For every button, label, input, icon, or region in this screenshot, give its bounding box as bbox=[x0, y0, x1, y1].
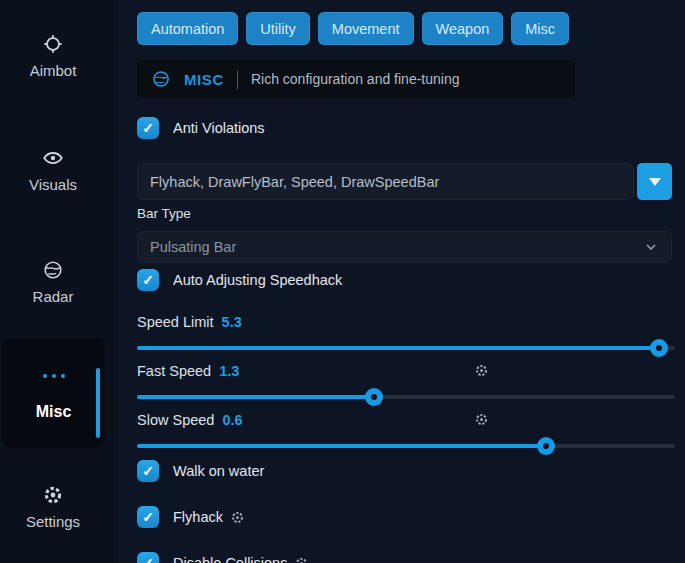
gear-icon bbox=[42, 484, 64, 506]
sidebar-item-label: Misc bbox=[36, 403, 72, 421]
section-subtitle: Rich configuration and fine-tuning bbox=[251, 71, 460, 87]
checkbox-row-disable-collisions[interactable]: Disable Collisions bbox=[137, 551, 675, 563]
crosshair-icon bbox=[42, 33, 64, 55]
checkbox-label: Anti Violations bbox=[173, 120, 265, 136]
slider-group-speed-limit: Speed Limit 5.3 bbox=[137, 313, 675, 357]
gear-icon[interactable] bbox=[230, 510, 245, 525]
tab-automation[interactable]: Automation bbox=[137, 12, 238, 45]
globe-icon bbox=[151, 69, 171, 89]
slider-value: 5.3 bbox=[222, 314, 242, 330]
gear-icon[interactable] bbox=[474, 363, 489, 381]
triangle-down-icon bbox=[648, 176, 662, 188]
slider-label: Speed Limit bbox=[137, 314, 214, 330]
bar-multiselect-open-button[interactable] bbox=[637, 163, 672, 200]
sidebar-item-visuals[interactable]: Visuals bbox=[0, 147, 106, 193]
slider-value: 0.6 bbox=[222, 412, 242, 428]
selected-indicator-bar bbox=[96, 368, 100, 438]
sidebar: Aimbot Visuals Radar Mi bbox=[0, 0, 118, 563]
slider-handle[interactable] bbox=[537, 437, 555, 455]
tab-misc[interactable]: Misc bbox=[511, 12, 569, 45]
sidebar-item-misc[interactable]: Misc bbox=[2, 338, 105, 448]
main-panel: Automation Utility Movement Weapon Misc … bbox=[118, 0, 685, 563]
section-header: MISC Rich configuration and fine-tuning bbox=[137, 60, 575, 98]
category-tabs: Automation Utility Movement Weapon Misc bbox=[137, 12, 675, 45]
slider-group-fast-speed: Fast Speed 1.3 bbox=[137, 362, 675, 406]
eye-icon bbox=[42, 147, 64, 169]
slider-value: 1.3 bbox=[219, 363, 239, 379]
sidebar-item-label: Aimbot bbox=[30, 62, 77, 79]
sidebar-item-aimbot[interactable]: Aimbot bbox=[0, 33, 106, 79]
sidebar-item-radar[interactable]: Radar bbox=[0, 259, 106, 305]
gear-icon[interactable] bbox=[474, 412, 489, 430]
bar-multiselect-value: Flyhack, DrawFlyBar, Speed, DrawSpeedBar bbox=[150, 174, 439, 190]
chevron-down-icon bbox=[643, 239, 659, 255]
section-title: MISC bbox=[184, 71, 224, 88]
checkbox-row-anti-violations[interactable]: Anti Violations bbox=[137, 116, 675, 140]
checkbox-row-auto-adjusting-speedhack[interactable]: Auto Adjusting Speedhack bbox=[137, 268, 675, 292]
checkbox-label: Walk on water bbox=[173, 463, 264, 479]
checkbox-icon[interactable] bbox=[137, 506, 159, 528]
slider-label: Fast Speed bbox=[137, 363, 211, 379]
slider-track-fill bbox=[137, 395, 374, 399]
speed-limit-slider[interactable] bbox=[137, 339, 675, 357]
ellipsis-icon bbox=[43, 365, 65, 387]
checkbox-icon[interactable] bbox=[137, 552, 159, 563]
checkbox-icon[interactable] bbox=[137, 269, 159, 291]
checkbox-label: Disable Collisions bbox=[173, 555, 287, 563]
sidebar-item-label: Radar bbox=[33, 288, 74, 305]
checkbox-icon[interactable] bbox=[137, 460, 159, 482]
checkbox-icon[interactable] bbox=[137, 117, 159, 139]
fast-speed-slider[interactable] bbox=[137, 388, 675, 406]
checkbox-label: Auto Adjusting Speedhack bbox=[173, 272, 342, 288]
checkbox-label: Flyhack bbox=[173, 509, 223, 525]
slider-label: Slow Speed bbox=[137, 412, 214, 428]
slider-track-fill bbox=[137, 444, 546, 448]
tab-movement[interactable]: Movement bbox=[318, 12, 414, 45]
slow-speed-slider[interactable] bbox=[137, 437, 675, 455]
checkbox-row-walk-on-water[interactable]: Walk on water bbox=[137, 459, 675, 483]
tab-weapon[interactable]: Weapon bbox=[422, 12, 504, 45]
slider-handle[interactable] bbox=[650, 339, 668, 357]
bar-type-dropdown[interactable]: Pulsating Bar bbox=[137, 231, 672, 263]
sidebar-item-label: Settings bbox=[26, 513, 80, 530]
tab-utility[interactable]: Utility bbox=[246, 12, 309, 45]
bar-multiselect-row: Flyhack, DrawFlyBar, Speed, DrawSpeedBar bbox=[137, 163, 672, 200]
bar-type-value: Pulsating Bar bbox=[150, 239, 236, 255]
cheat-menu-window: Aimbot Visuals Radar Mi bbox=[0, 0, 685, 563]
slider-track-fill bbox=[137, 346, 659, 350]
sidebar-item-settings[interactable]: Settings bbox=[0, 484, 106, 530]
sidebar-item-label: Visuals bbox=[29, 176, 77, 193]
checkbox-row-flyhack[interactable]: Flyhack bbox=[137, 505, 675, 529]
globe-icon bbox=[42, 259, 64, 281]
gear-icon[interactable] bbox=[294, 556, 309, 563]
bar-multiselect-input[interactable]: Flyhack, DrawFlyBar, Speed, DrawSpeedBar bbox=[137, 163, 634, 200]
slider-group-slow-speed: Slow Speed 0.6 bbox=[137, 411, 675, 455]
header-divider bbox=[237, 70, 238, 89]
slider-handle[interactable] bbox=[365, 388, 383, 406]
bar-type-label: Bar Type bbox=[137, 206, 675, 222]
